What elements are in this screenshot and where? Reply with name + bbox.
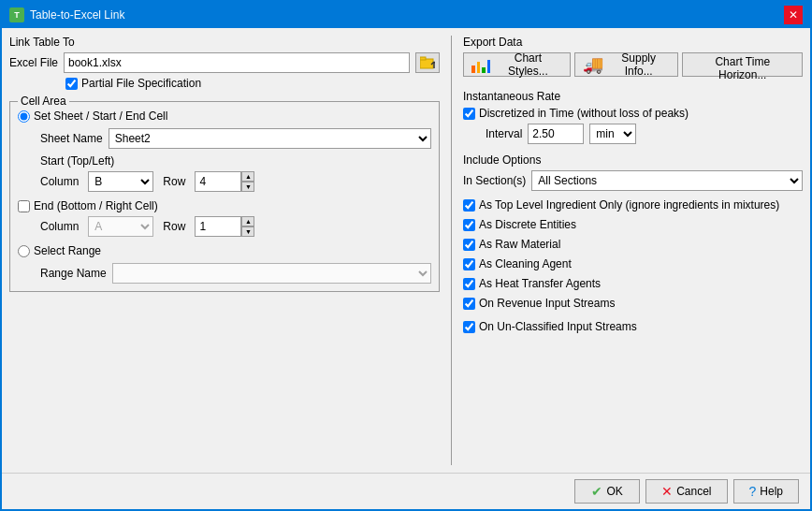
export-buttons-row: Chart Styles... 🚚 Supply Info... Chart T… — [463, 52, 803, 77]
include-checkboxes-list: As Top Level Ingredient Only (ignore ing… — [463, 197, 803, 335]
supply-icon: 🚚 — [583, 54, 603, 75]
set-sheet-radio-row: Set Sheet / Start / End Cell — [18, 110, 431, 123]
help-icon: ? — [749, 484, 757, 499]
checkbox-row-4: As Heat Transfer Agents — [463, 277, 803, 290]
vertical-divider — [451, 36, 452, 465]
ok-icon: ✔ — [591, 484, 602, 499]
interval-unit-select[interactable]: min hr — [589, 124, 636, 144]
end-row-label: Row — [163, 220, 185, 233]
end-row-spinner: ▲ ▼ — [195, 216, 254, 237]
checkbox-row-5: On Revenue Input Streams — [463, 297, 803, 310]
select-range-label: Select Range — [34, 244, 101, 257]
start-row-up-btn[interactable]: ▲ — [241, 171, 254, 182]
discretized-checkbox[interactable] — [463, 108, 475, 120]
start-section: Start (Top/Left) — [18, 154, 431, 168]
revenue-input-streams-checkbox[interactable] — [463, 298, 475, 310]
unclassified-input-streams-checkbox[interactable] — [463, 321, 475, 333]
discrete-entities-checkbox[interactable] — [463, 219, 475, 231]
heat-transfer-checkbox[interactable] — [463, 278, 475, 290]
end-col-row: Column A Row ▲ ▼ — [18, 216, 431, 237]
supply-info-label: Supply Info... — [607, 51, 671, 78]
start-row-down-btn[interactable]: ▼ — [241, 182, 254, 192]
end-row-up-btn[interactable]: ▲ — [241, 216, 254, 226]
heat-transfer-label: As Heat Transfer Agents — [479, 277, 601, 290]
end-row-input[interactable] — [195, 216, 241, 237]
right-panel: Export Data Chart Styles... — [463, 36, 803, 465]
sheet-name-select[interactable]: Sheet2 — [109, 128, 431, 149]
cleaning-agent-label: As Cleaning Agent — [479, 257, 572, 270]
excel-file-label: Excel File — [9, 56, 58, 69]
interval-row: Interval min hr — [463, 124, 803, 144]
link-table-section: Link Table To Excel File — [9, 36, 440, 95]
end-section: End (Bottom / Right Cell) Column A Row ▲ — [18, 199, 431, 237]
checkbox-row-3: As Cleaning Agent — [463, 257, 803, 270]
start-column-select[interactable]: B A C — [88, 171, 153, 192]
end-row-down-btn[interactable]: ▼ — [241, 226, 254, 237]
interval-label: Interval — [486, 127, 522, 140]
chart-styles-icon — [471, 56, 490, 73]
cleaning-agent-checkbox[interactable] — [463, 258, 475, 270]
end-column-select[interactable]: A — [88, 216, 153, 237]
column-label: Column — [40, 175, 79, 188]
help-button[interactable]: ? Help — [733, 479, 799, 504]
cell-area-group: Cell Area Set Sheet / Start / End Cell S… — [9, 101, 440, 292]
instantaneous-rate-section: Instantaneous Rate Discretized in Time (… — [463, 90, 803, 148]
ok-button[interactable]: ✔ OK — [574, 479, 640, 504]
raw-material-checkbox[interactable] — [463, 239, 475, 251]
select-range-radio[interactable] — [18, 245, 30, 257]
in-sections-row: In Section(s) All Sections — [463, 170, 803, 191]
ok-label: OK — [606, 485, 622, 498]
folder-icon — [420, 56, 435, 69]
start-col-row: Column B A C Row ▲ ▼ — [18, 171, 431, 192]
cancel-label: Cancel — [676, 485, 711, 498]
supply-info-button[interactable]: 🚚 Supply Info... — [574, 52, 679, 77]
svg-rect-1 — [420, 57, 426, 60]
top-level-ingredient-label: As Top Level Ingredient Only (ignore ing… — [479, 198, 779, 212]
checkbox-row-2: As Raw Material — [463, 238, 803, 251]
chart-time-button[interactable]: Chart Time Horizon... — [682, 52, 803, 77]
row-label: Row — [163, 175, 185, 188]
include-options-section: Include Options In Section(s) All Sectio… — [463, 153, 803, 335]
start-row-input[interactable] — [195, 171, 241, 192]
end-cell-checkbox[interactable] — [18, 200, 30, 212]
excel-file-input[interactable] — [64, 52, 410, 73]
in-sections-label: In Section(s) — [463, 174, 526, 187]
cancel-button[interactable]: ✕ Cancel — [645, 479, 727, 504]
main-window: T Table-to-Excel Link ✕ Link Table To Ex… — [0, 0, 812, 511]
start-row-spinner: ▲ ▼ — [195, 171, 254, 192]
export-data-label: Export Data — [463, 36, 803, 49]
discretized-label: Discretized in Time (without loss of pea… — [479, 107, 689, 120]
sheet-name-row: Sheet Name Sheet2 — [18, 128, 431, 149]
discrete-entities-label: As Discrete Entities — [479, 218, 576, 231]
end-label: End (Bottom / Right Cell) — [34, 199, 158, 212]
checkbox-row-6: On Un-Classified Input Streams — [463, 320, 803, 333]
browse-button[interactable] — [415, 52, 440, 73]
set-sheet-radio[interactable] — [18, 110, 30, 123]
window-title: Table-to-Excel Link — [30, 8, 124, 22]
interval-input[interactable] — [528, 124, 584, 144]
link-table-title: Link Table To — [9, 36, 440, 49]
end-column-label: Column — [40, 220, 79, 233]
sections-select[interactable]: All Sections — [531, 170, 803, 191]
left-panel: Link Table To Excel File — [9, 36, 440, 465]
cancel-icon: ✕ — [661, 484, 673, 499]
title-bar: T Table-to-Excel Link ✕ — [2, 2, 810, 28]
top-level-ingredient-checkbox[interactable] — [463, 199, 475, 212]
end-row-spinner-btns: ▲ ▼ — [241, 216, 254, 237]
chart-time-label: Chart Time Horizon... — [715, 55, 770, 81]
start-row-spinner-btns: ▲ ▼ — [241, 171, 254, 192]
raw-material-label: As Raw Material — [479, 238, 560, 251]
include-options-label: Include Options — [463, 153, 803, 167]
range-name-row: Range Name — [18, 263, 431, 284]
chart-styles-button[interactable]: Chart Styles... — [463, 52, 571, 77]
end-checkbox-row: End (Bottom / Right Cell) — [18, 199, 431, 212]
revenue-input-streams-label: On Revenue Input Streams — [479, 297, 615, 310]
export-data-section: Export Data Chart Styles... — [463, 36, 803, 84]
range-name-select[interactable] — [112, 263, 431, 284]
partial-file-checkbox[interactable] — [65, 78, 78, 90]
close-button[interactable]: ✕ — [784, 6, 803, 24]
instantaneous-rate-label: Instantaneous Rate — [463, 90, 803, 103]
select-range-radio-row: Select Range — [18, 244, 431, 257]
bottom-bar: ✔ OK ✕ Cancel ? Help — [2, 473, 810, 509]
title-bar-left: T Table-to-Excel Link — [9, 7, 124, 22]
